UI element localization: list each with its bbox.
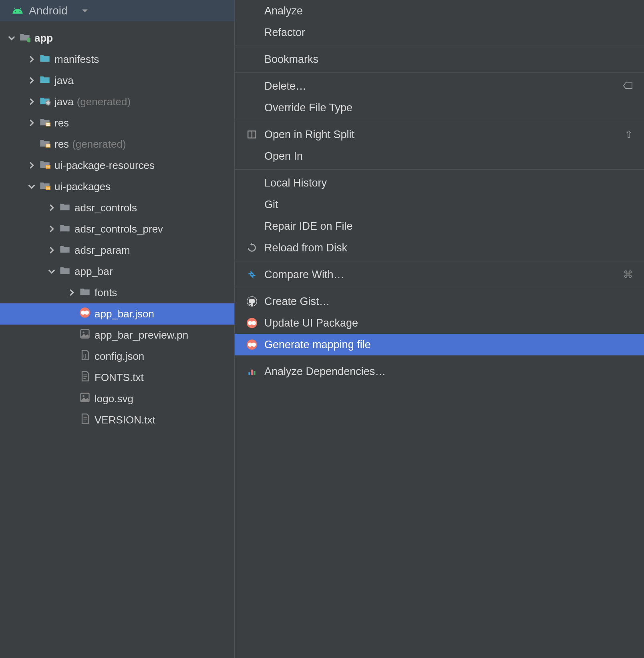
project-tree: appmanifestsjavajava(generated)resres(ge… [0, 22, 234, 658]
menu-separator [235, 358, 644, 358]
menu-item-open-in[interactable]: Open In [235, 145, 644, 167]
folder-gray-icon [59, 265, 74, 279]
chevron-down-icon[interactable] [8, 32, 19, 44]
tree-item-label: VERSION.txt [95, 414, 155, 426]
tree-item-app-bar[interactable]: app_bar [0, 261, 234, 282]
menu-separator [235, 288, 644, 288]
menu-item-git[interactable]: Git [235, 194, 644, 215]
menu-shortcut: ⇧ [625, 129, 633, 140]
tree-item-label: FONTS.txt [95, 371, 144, 384]
menu-item-label: Analyze [264, 5, 633, 17]
chevron-down-icon[interactable] [28, 181, 39, 193]
chevron-right-icon[interactable] [28, 96, 39, 108]
svg-point-19 [81, 311, 85, 315]
menu-item-label: Update UI Package [264, 317, 633, 329]
chevron-right-icon[interactable] [48, 202, 59, 214]
menu-item-compare-with[interactable]: Compare With…⌘ [235, 264, 644, 285]
chevron-right-icon[interactable] [28, 159, 39, 172]
menu-item-label: Bookmarks [264, 53, 633, 66]
menu-item-label: Create Gist… [264, 295, 633, 308]
tree-item-adsr-controls[interactable]: adsr_controls [0, 197, 234, 219]
tree-item-ui-package-resources[interactable]: ui-package-resources [0, 155, 234, 176]
svg-point-39 [248, 343, 252, 347]
folder-app-icon [19, 31, 34, 45]
folder-teal-icon [39, 52, 54, 66]
tree-item-config-json[interactable]: {}config.json [0, 346, 234, 367]
image-icon [79, 328, 95, 342]
chevron-down-icon[interactable] [48, 265, 59, 278]
menu-item-repair-ide-on-file[interactable]: Repair IDE on File [235, 215, 644, 237]
menu-item-create-gist[interactable]: Create Gist… [235, 291, 644, 312]
tree-item-adsr-param[interactable]: adsr_param [0, 240, 234, 261]
tree-item-java[interactable]: java(generated) [0, 91, 234, 112]
tree-item-app-bar-json[interactable]: app_bar.json [0, 303, 234, 325]
menu-separator [235, 169, 644, 170]
menu-item-label: Git [264, 199, 633, 211]
menu-item-analyze[interactable]: Analyze [235, 0, 644, 22]
menu-item-generate-mapping-file[interactable]: Generate mapping file [235, 334, 644, 355]
tree-item-fonts[interactable]: fonts [0, 282, 234, 303]
svg-rect-42 [251, 370, 253, 375]
json-icon: {} [79, 349, 95, 363]
chevron-right-icon[interactable] [48, 223, 59, 235]
split-icon [246, 128, 258, 140]
menu-item-open-in-right-split[interactable]: Open in Right Split⇧ [235, 124, 644, 145]
tree-item-adsr-controls-prev[interactable]: adsr_controls_prev [0, 219, 234, 240]
tree-item-app-bar-preview-pn[interactable]: app_bar_preview.pn [0, 325, 234, 346]
relay-icon [79, 307, 95, 321]
menu-item-label: Refactor [264, 26, 633, 39]
tree-item-label: adsr_param [74, 244, 130, 257]
menu-item-label: Generate mapping file [264, 339, 633, 351]
relay-icon [246, 339, 258, 351]
tree-item-res[interactable]: res [0, 112, 234, 134]
tree-item-logo-svg[interactable]: logo.svg [0, 388, 234, 409]
folder-res-icon [39, 158, 54, 173]
menu-item-override-file-type[interactable]: Override File Type [235, 97, 644, 118]
tree-item-fonts-txt[interactable]: FONTS.txt [0, 367, 234, 388]
tree-item-label: res [54, 138, 69, 150]
svg-point-20 [85, 311, 89, 315]
menu-item-bookmarks[interactable]: Bookmarks [235, 48, 644, 70]
text-icon [79, 371, 95, 385]
chevron-right-icon[interactable] [28, 53, 39, 66]
tree-item-secondary-label: (generated) [72, 138, 126, 150]
tree-item-java[interactable]: java [0, 70, 234, 91]
chevron-right-icon[interactable] [28, 74, 39, 87]
tree-item-label: manifests [54, 53, 99, 66]
tree-item-label: app_bar_preview.pn [95, 329, 188, 341]
chart-icon [246, 365, 258, 377]
menu-item-label: Compare With… [264, 269, 623, 281]
tree-item-label: ui-packages [54, 181, 111, 193]
menu-item-update-ui-package[interactable]: Update UI Package [235, 312, 644, 334]
chevron-right-icon[interactable] [48, 244, 59, 257]
menu-item-delete[interactable]: Delete… [235, 75, 644, 97]
chevron-right-icon[interactable] [68, 287, 79, 299]
menu-shortcut: ⌘ [623, 269, 633, 280]
chevron-down-icon[interactable] [81, 5, 89, 17]
menu-item-local-history[interactable]: Local History [235, 172, 644, 194]
tree-item-res[interactable]: res(generated) [0, 134, 234, 155]
chevron-right-icon[interactable] [28, 117, 39, 129]
menu-item-analyze-dependencies[interactable]: Analyze Dependencies… [235, 361, 644, 382]
tree-item-manifests[interactable]: manifests [0, 49, 234, 70]
tree-item-label: app [34, 32, 53, 44]
tree-item-ui-packages[interactable]: ui-packages [0, 176, 234, 197]
tree-root-app[interactable]: app [0, 28, 234, 49]
menu-item-refactor[interactable]: Refactor [235, 22, 644, 43]
project-view-header[interactable]: Android [0, 0, 234, 22]
tree-item-label: adsr_controls_prev [74, 223, 163, 235]
tree-item-version-txt[interactable]: VERSION.txt [0, 409, 234, 431]
menu-item-label: Override File Type [264, 102, 633, 114]
menu-item-label: Reload from Disk [264, 242, 633, 254]
menu-item-label: Local History [264, 177, 633, 189]
github-icon [246, 295, 258, 307]
folder-res-icon [39, 180, 54, 194]
project-tree-panel: Android appmanifestsjavajava(generated)r… [0, 0, 234, 658]
folder-res-icon [39, 116, 54, 130]
menu-item-label: Open in Right Split [264, 128, 625, 141]
menu-item-reload-from-disk[interactable]: Reload from Disk [235, 237, 644, 259]
tree-item-label: fonts [95, 287, 117, 299]
text-icon [79, 413, 95, 427]
reload-icon [246, 242, 258, 254]
android-icon [12, 5, 23, 16]
